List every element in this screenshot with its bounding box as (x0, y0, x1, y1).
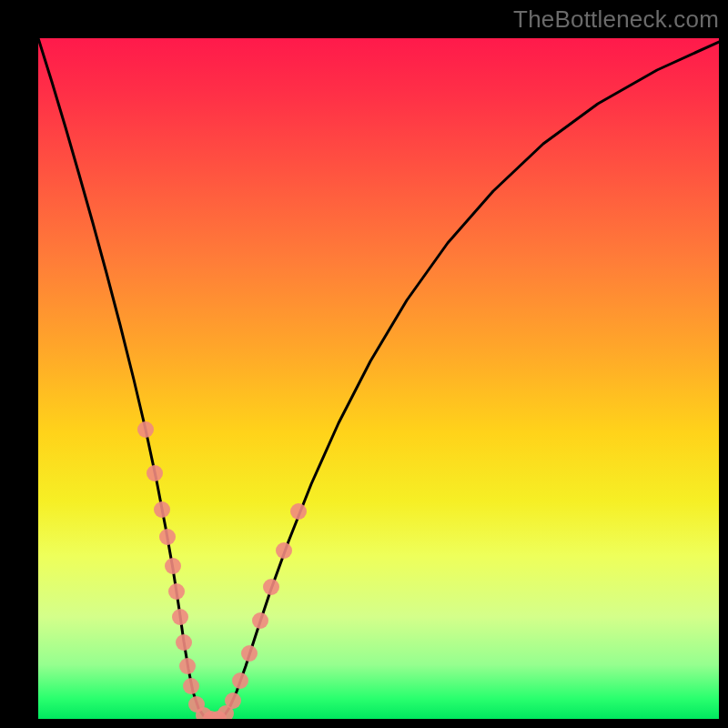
curve-marker (252, 612, 268, 629)
curve-marker (168, 583, 185, 600)
curve-marker (232, 672, 248, 689)
curve-marker (179, 658, 196, 674)
curve-marker (176, 634, 192, 651)
plot-area (38, 38, 719, 719)
curve-marker (147, 465, 163, 481)
curve-marker (137, 421, 154, 438)
curve-marker (165, 558, 181, 574)
curve-marker (225, 693, 241, 709)
curve-marker (172, 609, 188, 625)
curve-marker (241, 645, 258, 662)
bottleneck-curve (38, 38, 719, 719)
curve-marker (263, 579, 279, 595)
watermark-label: TheBottleneck.com (513, 5, 719, 34)
curve-line (38, 38, 719, 719)
curve-marker (290, 503, 307, 520)
chart-stage: TheBottleneck.com (0, 0, 728, 728)
curve-marker (159, 529, 176, 545)
curve-marker (154, 501, 170, 518)
curve-svg (38, 38, 719, 719)
curve-marker (183, 678, 199, 694)
curve-marker (276, 542, 292, 559)
curve-markers (137, 421, 307, 719)
